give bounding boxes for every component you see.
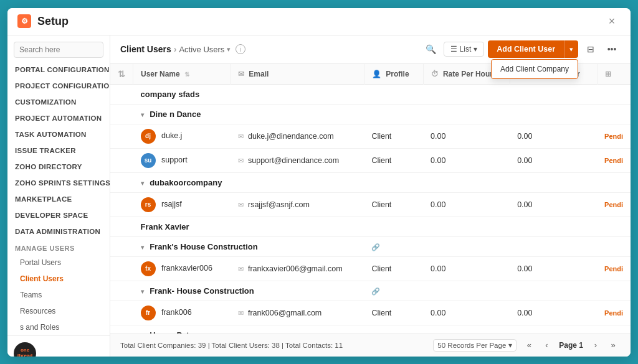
group-link: 🔗 xyxy=(364,236,631,256)
sidebar: PORTAL CONFIGURATION PROJECT CONFIGURATI… xyxy=(7,35,110,357)
table-row: ▾ dubakoorcompany xyxy=(110,172,631,192)
search-input[interactable] xyxy=(14,42,103,58)
title-bar: ⚙ Setup × xyxy=(7,8,631,35)
next-page-button[interactable]: › xyxy=(588,338,603,353)
breadcrumb: Client Users › Active Users ▾ xyxy=(120,44,231,54)
status-badge: Pendi xyxy=(604,201,623,208)
first-page-button[interactable]: « xyxy=(521,338,536,353)
table-row: fr frank006 ✉ frank006@gmail.com Client … xyxy=(110,301,631,325)
sidebar-item-marketplace[interactable]: MARKETPLACE xyxy=(7,191,110,207)
sidebar-item-task-automation[interactable]: TASK AUTOMATION xyxy=(7,126,110,142)
cost-cell: 0.00 xyxy=(510,301,597,325)
sidebar-item-project-automation[interactable]: PROJECT AUTOMATION xyxy=(7,110,110,126)
records-dropdown-icon: ▾ xyxy=(508,341,512,350)
list-dropdown-icon: ▾ xyxy=(474,45,477,54)
sidebar-item-customization[interactable]: CUSTOMIZATION xyxy=(7,94,110,110)
add-client-user-button[interactable]: Add Client User xyxy=(488,40,564,58)
group-name: ▾ Frank- House Construction xyxy=(133,281,364,301)
sidebar-item-zoho-directory[interactable]: ZOHO DIRECTORY xyxy=(7,159,110,175)
add-client-company-item[interactable]: Add Client Company xyxy=(492,60,578,78)
current-page: Page 1 xyxy=(556,341,586,350)
table-container: ⇅ User Name ⇅ ✉ Email 👤 xyxy=(110,64,631,334)
profile-cell: Client xyxy=(364,148,423,172)
profile-cell: Client xyxy=(364,256,423,281)
sidebar-item-portal-config[interactable]: PORTAL CONFIGURATION xyxy=(7,62,110,78)
email-cell: ✉ support@dinendance.com xyxy=(231,148,364,172)
filter-button[interactable]: ⊟ xyxy=(582,40,599,58)
sidebar-item-developer-space[interactable]: DEVELOPER SPACE xyxy=(7,207,110,223)
table-row: ▾ Happy Pets xyxy=(110,325,631,334)
sidebar-item-roles[interactable]: s and Roles xyxy=(7,319,110,335)
rate-cell: 0.00 xyxy=(423,256,510,281)
header-actions: 🔍 ☰ List ▾ Add Client User ▾ Add Client … xyxy=(422,40,621,58)
email-icon: ✉ xyxy=(238,157,244,164)
cost-cell: 0.00 xyxy=(510,192,597,217)
col-expand: ⇅ xyxy=(110,64,133,85)
list-label: List xyxy=(460,45,472,54)
list-view-button[interactable]: ☰ List ▾ xyxy=(444,42,485,57)
profile-cell: Client xyxy=(364,192,423,217)
records-per-page-select[interactable]: 50 Records Per Page ▾ xyxy=(433,339,517,352)
table-row: su support ✉ support@dinendance.com Clie… xyxy=(110,148,631,172)
list-icon: ☰ xyxy=(450,45,457,54)
table-row: Frank Xavier xyxy=(110,217,631,236)
cost-cell: 0.00 xyxy=(510,148,597,172)
status-badge: Pendi xyxy=(604,309,623,317)
col-profile: 👤 Profile xyxy=(364,64,423,85)
profile-cell: Client xyxy=(364,301,423,325)
email-icon: ✉ xyxy=(238,201,244,208)
group-name: ▾ dubakoorcompany xyxy=(133,172,631,192)
sidebar-item-issue-tracker[interactable]: ISSUE TRACKER xyxy=(7,142,110,159)
sidebar-item-zoho-sprints[interactable]: ZOHO SPRINTS SETTINGS xyxy=(7,175,110,191)
user-name-cell: fx frankxavier006 xyxy=(133,256,231,281)
table-footer: Total Client Companies: 39 | Total Clien… xyxy=(110,334,631,357)
last-page-button[interactable]: » xyxy=(606,338,621,353)
email-icon: ✉ xyxy=(238,265,244,273)
table-row: ▾ Dine n Dance xyxy=(110,104,631,124)
rate-cell: 0.00 xyxy=(423,192,510,217)
sidebar-item-project-config[interactable]: PROJECT CONFIGURATION xyxy=(7,78,110,94)
app-window: ⚙ Setup × PORTAL CONFIGURATION PROJECT C… xyxy=(7,8,631,357)
breadcrumb-root: Client Users xyxy=(120,44,171,54)
search-button[interactable]: 🔍 xyxy=(422,40,440,58)
group-link: 🔗 xyxy=(364,281,631,301)
avatar: fr xyxy=(141,306,156,320)
email-icon: ✉ xyxy=(238,309,244,317)
content-header: Client Users › Active Users ▾ i 🔍 ☰ List… xyxy=(110,35,631,64)
sidebar-item-data-admin[interactable]: DATA ADMINISTRATION xyxy=(7,223,110,240)
table-row: dj duke.j ✉ duke.j@dinendance.com Client… xyxy=(110,124,631,148)
cost-cell: 0.00 xyxy=(510,124,597,148)
sidebar-item-client-users[interactable]: Client Users xyxy=(7,271,110,287)
group-name: ▾ Dine n Dance xyxy=(133,104,631,124)
more-options-button[interactable]: ••• xyxy=(603,40,621,58)
chevron-down-icon: ▾ xyxy=(141,288,144,295)
prev-page-button[interactable]: ‹ xyxy=(539,338,554,353)
close-button[interactable]: × xyxy=(603,12,621,30)
sidebar-item-resources[interactable]: Resources xyxy=(7,303,110,319)
info-icon[interactable]: i xyxy=(236,44,245,54)
sidebar-item-teams[interactable]: Teams xyxy=(7,287,110,303)
group-name: ▾ Frank's House Construction xyxy=(133,236,364,256)
status-badge: Pendi xyxy=(604,265,623,273)
col-username: User Name ⇅ xyxy=(133,64,231,85)
email-icon: ✉ xyxy=(238,133,244,140)
profile-cell: Client xyxy=(364,124,423,148)
breadcrumb-separator: › xyxy=(174,44,177,54)
pagination: « ‹ Page 1 › » xyxy=(521,338,621,353)
add-client-dropdown-button[interactable]: ▾ xyxy=(564,40,578,58)
manage-users-label: MANAGE USERS xyxy=(7,240,110,254)
content-area: Client Users › Active Users ▾ i 🔍 ☰ List… xyxy=(110,35,631,357)
table-body: company sfads ▾ Dine n Dance xyxy=(110,84,631,334)
sidebar-search-container xyxy=(7,35,110,62)
title-bar-title: Setup xyxy=(37,15,603,28)
email-cell: ✉ rsajjsf@asnjf.com xyxy=(231,192,364,217)
breadcrumb-dropdown-icon[interactable]: ▾ xyxy=(227,45,231,54)
user-name-cell: su support xyxy=(133,148,231,172)
link-icon: 🔗 xyxy=(371,287,380,295)
rate-cell: 0.00 xyxy=(423,124,510,148)
table-row: rs rsajjsf ✉ rsajjsf@asnjf.com Client 0.… xyxy=(110,192,631,217)
table-row: company sfads xyxy=(110,84,631,104)
status-badge: Pendi xyxy=(604,157,623,164)
breadcrumb-active[interactable]: Active Users ▾ xyxy=(179,45,231,54)
sidebar-item-portal-users[interactable]: Portal Users xyxy=(7,254,110,271)
